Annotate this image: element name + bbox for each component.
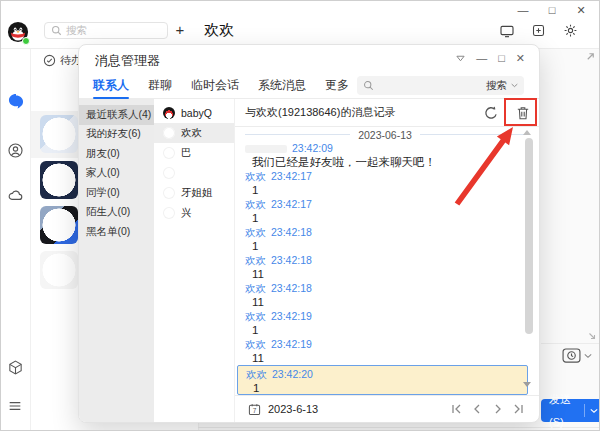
next-page-icon[interactable] xyxy=(491,402,505,416)
message-meta: 欢欢23:42:18 xyxy=(235,254,539,266)
message-text: 1 xyxy=(235,184,539,197)
todo-filter[interactable]: 待办 xyxy=(43,53,82,68)
calendar-icon[interactable]: 7 xyxy=(248,403,261,416)
dialog-dropdown-icon[interactable] xyxy=(456,55,465,62)
separator-date: 2023-06-13 xyxy=(358,129,412,141)
screen-share-icon[interactable] xyxy=(499,23,515,39)
message-time: 23:42:19 xyxy=(271,310,312,322)
message-item[interactable]: 欢欢23:42:19 11 xyxy=(235,337,539,365)
message-meta: 欢欢23:42:18 xyxy=(235,226,539,238)
dialog-tab[interactable]: 群聊 xyxy=(148,75,172,95)
minimize-button[interactable]: — xyxy=(517,4,529,17)
message-history-icon[interactable] xyxy=(562,348,592,363)
annotation-red-box xyxy=(504,98,537,126)
refresh-icon[interactable] xyxy=(483,105,499,121)
last-page-icon[interactable] xyxy=(512,402,526,416)
send-options-chevron[interactable] xyxy=(585,408,600,414)
dialog-tab[interactable]: 联系人 xyxy=(93,75,129,95)
close-button[interactable]: ✕ xyxy=(575,4,587,17)
message-item[interactable]: 欢欢23:42:17 1 xyxy=(235,197,539,225)
settings-gear-icon[interactable] xyxy=(563,23,579,39)
contacts-person-icon[interactable] xyxy=(7,142,25,160)
friend-item[interactable]: 牙姐姐 xyxy=(154,183,234,203)
dialog-title: 消息管理器 xyxy=(95,53,160,68)
dialog-tab[interactable]: 更多 xyxy=(325,75,349,95)
chevron-down-icon xyxy=(511,83,518,88)
message-time: 23:42:18 xyxy=(271,254,312,266)
maximize-button[interactable]: □ xyxy=(546,4,558,17)
message-time: 23:42:18 xyxy=(271,226,312,238)
message-sender: 欢欢 xyxy=(245,170,266,182)
category-item[interactable]: 黑名单(0) xyxy=(79,222,154,242)
message-item[interactable]: 欢欢23:42:20 1 xyxy=(237,365,528,395)
category-item[interactable]: 我的好友(6) xyxy=(79,125,154,145)
expand-arrow-icon[interactable] xyxy=(585,51,596,62)
dialog-tab[interactable]: 临时会话 xyxy=(191,75,239,95)
search-input[interactable]: 搜索 xyxy=(44,22,168,39)
chat-avatar[interactable] xyxy=(40,206,78,244)
workspace-cube-icon[interactable] xyxy=(7,359,25,377)
category-item[interactable]: 同学(0) xyxy=(79,183,154,203)
search-icon xyxy=(51,25,62,36)
friend-avatar xyxy=(163,147,175,159)
circle-check-icon xyxy=(43,54,56,67)
menu-hamburger-icon[interactable] xyxy=(7,398,25,416)
dialog-close-button[interactable]: ✕ xyxy=(516,51,525,65)
dialog-tab[interactable]: 系统消息 xyxy=(258,75,306,95)
friend-item[interactable]: 欢欢 xyxy=(154,123,234,143)
message-item[interactable]: 欢欢23:42:18 11 xyxy=(235,253,539,281)
message-item[interactable]: 欢欢23:42:19 1 xyxy=(235,309,539,337)
add-button[interactable]: + xyxy=(171,20,189,40)
message-item[interactable]: 欢欢23:42:18 11 xyxy=(235,281,539,309)
friend-name: 巴 xyxy=(181,146,192,160)
chat-avatar[interactable] xyxy=(40,251,78,289)
resize-grip-icon[interactable] xyxy=(587,331,597,341)
category-item[interactable]: 陌生人(0) xyxy=(79,203,154,223)
category-item[interactable]: 最近联系人(4) xyxy=(79,105,154,125)
first-page-icon[interactable] xyxy=(449,402,463,416)
message-text: 1 xyxy=(235,240,539,253)
friend-name: 牙姐姐 xyxy=(181,186,213,200)
chat-avatar[interactable] xyxy=(40,115,78,153)
message-item[interactable]: 23:42:09 我们已经是好友啦，一起来聊天吧！ xyxy=(235,141,539,169)
category-item[interactable]: 朋友(0) xyxy=(79,144,154,164)
cloud-drive-icon[interactable] xyxy=(7,187,25,205)
input-area-divider xyxy=(541,343,599,344)
category-item[interactable]: 家人(0) xyxy=(79,164,154,184)
scrollbar-thumb[interactable] xyxy=(525,138,533,334)
chat-avatar[interactable] xyxy=(40,161,78,199)
message-sender xyxy=(245,145,287,153)
friend-item[interactable]: babyQ xyxy=(154,103,234,123)
friend-avatar xyxy=(163,167,175,179)
message-meta: 欢欢23:42:19 xyxy=(235,338,539,350)
friend-item[interactable] xyxy=(154,163,234,183)
dialog-search-button[interactable]: 搜索 xyxy=(486,79,518,93)
add-panel-icon[interactable] xyxy=(531,23,547,39)
records-header: 与欢欢(192138646)的消息记录 xyxy=(245,105,395,120)
scrollbar-down-arrow[interactable] xyxy=(523,382,531,387)
message-time: 23:42:20 xyxy=(272,368,313,380)
category-list: 最近联系人(4) 我的好友(6) 朋友(0) 家人(0) 同学(0) 陌生人(0… xyxy=(79,99,154,422)
friend-name: 兴 xyxy=(181,206,192,220)
message-sender: 欢欢 xyxy=(246,368,267,380)
records-footer: 7 2023-6-13 xyxy=(235,395,539,422)
separator-line xyxy=(245,134,350,135)
prev-page-icon[interactable] xyxy=(470,402,484,416)
left-rail xyxy=(1,49,30,430)
messages-bubble-icon[interactable] xyxy=(7,92,25,110)
dialog-minimize-button[interactable]: — xyxy=(476,51,487,65)
message-time: 23:42:18 xyxy=(271,282,312,294)
search-placeholder: 搜索 xyxy=(66,23,87,38)
dialog-maximize-button[interactable]: □ xyxy=(498,51,505,65)
message-item[interactable]: 欢欢23:42:18 1 xyxy=(235,225,539,253)
message-time: 23:42:17 xyxy=(271,170,312,182)
friend-item[interactable]: 巴 xyxy=(154,143,234,163)
message-sender: 欢欢 xyxy=(245,254,266,266)
scrollbar-up-arrow[interactable] xyxy=(523,130,531,135)
send-button[interactable]: 发送(S) xyxy=(541,399,600,422)
message-item[interactable]: 欢欢23:42:17 1 xyxy=(235,169,539,197)
message-sender: 欢欢 xyxy=(245,198,266,210)
dialog-search-input[interactable]: 搜索 xyxy=(357,76,524,95)
friend-name: babyQ xyxy=(181,107,212,119)
friend-item[interactable]: 兴 xyxy=(154,203,234,223)
